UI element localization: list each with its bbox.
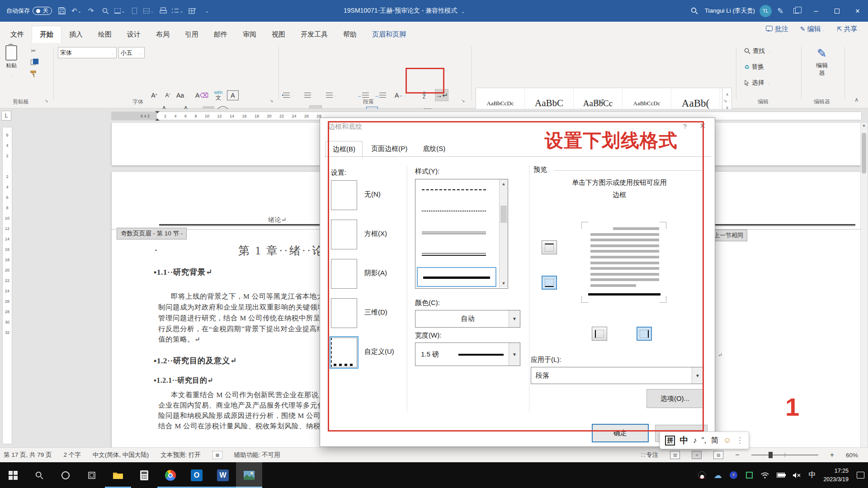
find-button[interactable]: 查找 <box>744 47 771 55</box>
qat-more-icon[interactable] <box>201 5 212 17</box>
tab-view[interactable]: 视图 <box>264 26 293 43</box>
text-prediction[interactable]: 文本预测: 打开 <box>160 451 201 459</box>
dialog-tab-borders[interactable]: 边框(B) <box>326 141 363 158</box>
editor-button[interactable]: ✎ 编辑器 <box>807 47 836 77</box>
tab-references[interactable]: 引用 <box>177 26 206 43</box>
read-mode-icon[interactable]: ▥ <box>670 451 680 459</box>
edit-mode-button[interactable]: ✎编辑 <box>800 25 825 33</box>
heading-1-2[interactable]: ▪1.2··研究目的及意义↵ <box>154 355 237 366</box>
ok-button[interactable]: 确定 <box>592 424 649 442</box>
setting-shadow[interactable]: 阴影(A) <box>331 259 387 289</box>
select-button[interactable]: 选择 <box>744 79 770 87</box>
zoom-out-icon[interactable]: − <box>735 451 739 459</box>
tab-developer[interactable]: 开发工具 <box>293 26 335 43</box>
collapse-ribbon-icon[interactable]: ∧ <box>854 96 859 103</box>
style-double[interactable] <box>422 232 486 234</box>
border-preview-diagram[interactable] <box>579 220 669 313</box>
show-marks-button[interactable]: →↵ <box>435 89 448 101</box>
autosave-toggle[interactable]: 关 <box>33 7 52 15</box>
ime-indicator[interactable]: 中 <box>808 470 816 480</box>
sort-button[interactable]: AZ <box>418 89 430 101</box>
tab-design[interactable]: 设计 <box>119 26 148 43</box>
color-combo[interactable]: 自动 ▼ <box>415 310 520 328</box>
bullets-button[interactable] <box>283 89 294 101</box>
setting-none[interactable]: 无(N) <box>331 180 381 210</box>
plugin-tray-icon[interactable]: ⚡ <box>729 471 737 479</box>
phonetic-guide-button[interactable]: wén文 <box>212 89 224 101</box>
zoom-level[interactable]: 60% <box>846 452 858 459</box>
user-name[interactable]: Tiangui Li (李天贵) <box>705 7 755 15</box>
apply-to-combo[interactable]: 段落 ▼ <box>531 367 703 384</box>
ime-sound-icon[interactable]: ♪ <box>693 436 697 445</box>
styles-launcher-icon[interactable] <box>723 98 730 104</box>
draw-table-icon[interactable] <box>186 5 198 17</box>
body-line[interactable]: 即将上线的背景之下，M 公司等黑龙江省本地大规 <box>171 292 331 301</box>
avatar[interactable]: TL <box>760 5 772 17</box>
change-case-button[interactable]: Aa <box>176 89 189 101</box>
style-thick-selected[interactable] <box>417 267 496 287</box>
tab-help[interactable]: 帮助 <box>335 26 364 43</box>
replace-button[interactable]: ♻替换 <box>744 63 764 71</box>
battery-icon[interactable] <box>777 471 785 479</box>
multilevel-list-button[interactable] <box>326 89 337 101</box>
body-line[interactable]: 企业在国内贸易、商业地产及产品服务代理等多元化业 <box>158 401 332 410</box>
accessibility-status[interactable]: 辅助功能: 不可用 <box>234 451 280 459</box>
zoom-slider[interactable] <box>751 455 818 455</box>
scrollbar-thumb[interactable] <box>862 133 866 174</box>
body-line[interactable]: 险问题和纳税风险形成原因进行分析，围绕 M 公司纳 <box>158 411 328 421</box>
cloud-tray-icon[interactable]: ☁ <box>713 471 722 479</box>
wifi-icon[interactable] <box>761 471 769 479</box>
scroll-down-icon[interactable]: ▼ <box>500 279 508 287</box>
notification-center-icon[interactable] <box>856 471 864 479</box>
document-scrollbar[interactable]: ▲ <box>860 123 867 447</box>
screenshot-tray-icon[interactable] <box>745 471 753 479</box>
clock[interactable]: 17:252023/3/19 <box>823 467 849 484</box>
scroll-up-icon[interactable]: ▲ <box>500 179 508 188</box>
ime-lang-icon[interactable]: 中 <box>680 435 689 446</box>
dialog-help-icon[interactable]: ? <box>683 122 687 130</box>
dialog-tab-shading[interactable]: 底纹(S) <box>416 141 452 157</box>
format-painter-icon[interactable] <box>28 69 39 79</box>
tab-header-footer[interactable]: 页眉和页脚 <box>364 26 414 43</box>
minimize-button[interactable]: ─ <box>806 0 826 22</box>
font-name-combo[interactable]: 宋体 <box>58 47 117 58</box>
right-border-button[interactable] <box>637 327 652 341</box>
copy-icon[interactable] <box>28 57 39 67</box>
character-scaling-button[interactable]: A↔ <box>395 89 407 101</box>
chrome-icon[interactable] <box>157 462 184 488</box>
zoom-slider-thumb[interactable] <box>769 452 773 458</box>
setting-custom[interactable]: 自定义(U) <box>331 338 394 367</box>
line-style-list[interactable]: ▲ ▼ <box>415 179 508 289</box>
print-preview-icon[interactable] <box>157 5 169 17</box>
body-line[interactable]: 行反思分析，在“金税四期”背景下提出对企业提高纳 <box>158 324 324 334</box>
language-indicator[interactable]: 中文(简体, 中国大陆) <box>93 451 149 459</box>
font-size-combo[interactable]: 小五 <box>118 47 145 58</box>
taskbar-search-icon[interactable] <box>26 462 52 488</box>
redo-icon[interactable]: ↷ <box>85 5 97 17</box>
ink-pen-icon[interactable]: ✎ <box>774 5 786 17</box>
focus-mode-button[interactable]: ⛶ 专注 <box>642 451 659 459</box>
macro-record-icon[interactable]: ▦ <box>212 451 222 459</box>
character-border-button[interactable]: A <box>227 90 239 100</box>
ime-punct-icon[interactable]: ”, <box>702 436 706 445</box>
task-view-icon[interactable] <box>79 462 105 488</box>
close-button[interactable]: ✕ <box>847 0 868 22</box>
save-icon[interactable] <box>56 5 68 17</box>
font-launcher-icon[interactable] <box>269 98 276 104</box>
calculator-icon[interactable] <box>131 462 157 488</box>
body-line[interactable]: 管理问题进行研究，结合 M 公司传统在纳税中所呈现的 <box>158 314 335 323</box>
ime-emoji-icon[interactable]: ☺ <box>723 436 731 445</box>
setting-3d[interactable]: 三维(D) <box>331 298 387 328</box>
tab-mailings[interactable]: 邮件 <box>206 26 235 43</box>
style-thin-thick[interactable] <box>422 253 486 256</box>
heading-1-1[interactable]: ▪1.1··研究背景↵ <box>154 267 212 277</box>
print-layout-icon[interactable]: ≡ <box>692 451 702 459</box>
word-count[interactable]: 2 个字 <box>64 451 81 459</box>
switch-windows-icon[interactable] <box>790 5 802 17</box>
qq-tray-icon[interactable] <box>698 471 706 479</box>
tab-insert[interactable]: 插入 <box>61 26 90 43</box>
width-combo[interactable]: 1.5 磅 ▼ <box>415 343 520 366</box>
blank-page-icon[interactable] <box>128 5 140 17</box>
numbering-icon[interactable]: 1a <box>172 5 184 17</box>
top-border-button[interactable] <box>542 240 557 254</box>
